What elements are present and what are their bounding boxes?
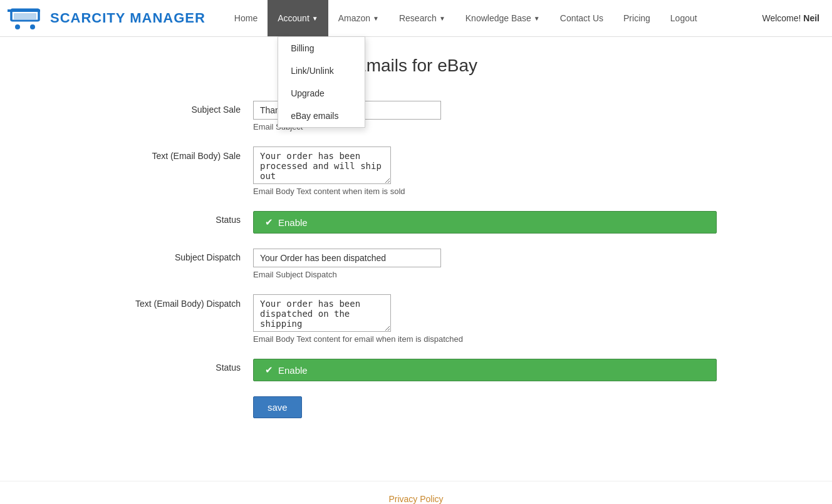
dropdown-billing[interactable]: Billing [278,37,365,59]
text-sale-hint: Email Body Text content when item is sol… [253,187,717,196]
status-sale-field: ✔ Enable [253,211,717,234]
svg-point-4 [15,24,20,29]
text-dispatch-row: Text (Email Body) Dispatch Your order ha… [115,294,717,344]
enable-dispatch-checkmark: ✔ [265,364,273,376]
footer: Privacy Policy © ScarcityManager 2021 [0,481,832,504]
text-dispatch-textarea[interactable]: Your order has been dispatched on the sh… [253,294,391,332]
nav-links: Home Account ▼ Billing Link/Unlink Upgra… [224,0,762,36]
subject-dispatch-label: Subject Dispatch [115,249,253,262]
subject-dispatch-hint: Email Subject Dispatch [253,270,717,279]
text-sale-textarea[interactable]: Your order has been processed and will s… [253,147,391,184]
enable-dispatch-button[interactable]: ✔ Enable [253,359,717,381]
svg-rect-6 [14,13,36,19]
welcome-message: Welcome! Neil [762,13,826,23]
main-content: Emails for eBay Subject Sale Email Subje… [103,37,729,456]
navbar: SCARCITY MANAGER Home Account ▼ Billing … [0,0,832,37]
text-sale-label: Text (Email Body) Sale [115,147,253,163]
nav-account[interactable]: Account ▼ Billing Link/Unlink Upgrade eB… [268,0,328,36]
save-row: save [253,396,717,418]
amazon-dropdown-arrow: ▼ [373,15,379,22]
privacy-policy-link[interactable]: Privacy Policy [388,494,443,504]
subject-sale-label: Subject Sale [115,101,253,115]
nav-research[interactable]: Research ▼ [389,0,455,36]
nav-pricing[interactable]: Pricing [613,0,660,36]
logo-link[interactable]: SCARCITY MANAGER [6,4,205,32]
nav-logout[interactable]: Logout [660,0,707,36]
knowledge-base-dropdown-arrow: ▼ [534,15,540,22]
nav-home[interactable]: Home [224,0,268,36]
text-dispatch-label: Text (Email Body) Dispatch [115,294,253,311]
research-dropdown-arrow: ▼ [439,15,445,22]
nav-knowledge-base[interactable]: Knowledge Base ▼ [455,0,550,36]
nav-contact-us[interactable]: Contact Us [550,0,613,36]
dropdown-ebay-emails[interactable]: eBay emails [278,105,365,127]
subject-dispatch-field: Email Subject Dispatch [253,249,717,279]
dropdown-link-unlink[interactable]: Link/Unlink [278,59,365,82]
nav-amazon[interactable]: Amazon ▼ [328,0,389,36]
text-dispatch-field: Your order has been dispatched on the sh… [253,294,717,344]
text-sale-field: Your order has been processed and will s… [253,147,717,196]
logo-text: SCARCITY MANAGER [50,10,205,26]
svg-point-5 [30,24,35,29]
enable-sale-checkmark: ✔ [265,217,273,228]
status-sale-label: Status [115,211,253,225]
subject-dispatch-row: Subject Dispatch Email Subject Dispatch [115,249,717,279]
status-dispatch-field: ✔ Enable [253,359,717,381]
enable-sale-button[interactable]: ✔ Enable [253,211,717,234]
logo-icon [6,4,44,32]
text-sale-row: Text (Email Body) Sale Your order has be… [115,147,717,196]
account-dropdown-arrow: ▼ [312,15,318,22]
subject-dispatch-input[interactable] [253,249,441,267]
page-title: Emails for eBay [115,56,717,76]
subject-sale-row: Subject Sale Email Subject [115,101,717,131]
save-button[interactable]: save [253,396,302,418]
dropdown-upgrade[interactable]: Upgrade [278,82,365,105]
status-dispatch-label: Status [115,359,253,373]
text-dispatch-hint: Email Body Text content for email when i… [253,334,717,344]
status-sale-row: Status ✔ Enable [115,211,717,234]
status-dispatch-row: Status ✔ Enable [115,359,717,381]
account-dropdown-menu: Billing Link/Unlink Upgrade eBay emails [278,36,365,128]
